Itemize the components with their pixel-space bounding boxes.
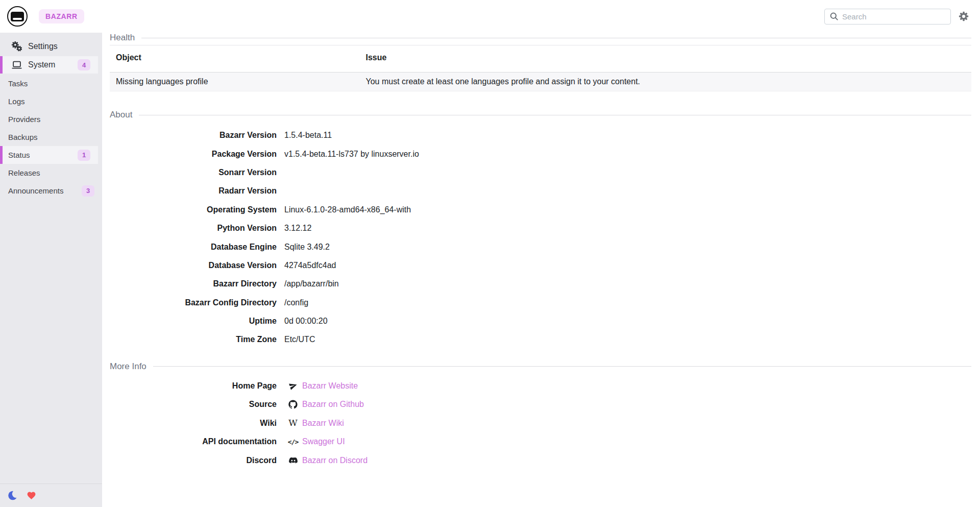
sidebar-section-system[interactable]: System 4 — [0, 56, 98, 74]
about-row-bazarr-directory: Bazarr Directory /app/bazarr/bin — [110, 275, 971, 293]
about-value: /config — [284, 298, 308, 307]
about-row-config-directory: Bazarr Config Directory /config — [110, 294, 971, 312]
column-header-object: Object — [110, 45, 360, 73]
more-info-row-api-documentation: API documentation </> Swagger UI — [110, 432, 971, 451]
sidebar-item-providers[interactable]: Providers — [0, 110, 102, 128]
about-value: /app/bazarr/bin — [284, 279, 339, 288]
about-label: Bazarr Config Directory — [110, 298, 277, 307]
about-label: Package Version — [110, 150, 277, 159]
about-value: 1.5.4-beta.11 — [284, 131, 332, 140]
health-table-header-row: Object Issue — [110, 45, 971, 73]
health-table: Object Issue Missing languages profile Y… — [110, 45, 971, 91]
sidebar-item-label: Backups — [8, 133, 38, 141]
about-value: 3.12.12 — [284, 224, 311, 233]
about-row-uptime: Uptime 0d 00:00:20 — [110, 312, 971, 330]
about-value: 4274a5dfc4ad — [284, 261, 336, 270]
health-object-cell: Missing languages profile — [110, 73, 360, 91]
wikipedia-icon: W — [288, 419, 298, 427]
api-documentation-link[interactable]: Swagger UI — [302, 437, 345, 446]
about-label: Bazarr Directory — [110, 279, 277, 288]
about-label: Radarr Version — [110, 186, 277, 196]
moon-icon[interactable] — [7, 490, 18, 501]
code-icon: </> — [288, 438, 298, 446]
about-value: 0d 00:00:20 — [284, 317, 328, 326]
laptop-icon — [11, 59, 23, 70]
about-value: Sqlite 3.49.2 — [284, 243, 330, 252]
more-info-label: API documentation — [110, 437, 277, 446]
about-row-operating-system: Operating System Linux-6.1.0-28-amd64-x8… — [110, 201, 971, 219]
about-row-database-engine: Database Engine Sqlite 3.49.2 — [110, 237, 971, 256]
sidebar-footer — [0, 484, 102, 507]
about-row-sonarr-version: Sonarr Version — [110, 163, 971, 182]
more-info-list: Home Page Bazarr Website Source Bazarr o… — [110, 377, 971, 470]
more-info-row-wiki: Wiki W Bazarr Wiki — [110, 414, 971, 433]
about-row-radarr-version: Radarr Version — [110, 182, 971, 200]
sidebar-item-label: Tasks — [8, 79, 28, 88]
sidebar-item-releases[interactable]: Releases — [0, 164, 102, 182]
about-label: Sonarr Version — [110, 168, 277, 177]
more-info-section-heading: More Info — [110, 361, 971, 372]
heading-divider — [141, 38, 971, 38]
about-value: Linux-6.1.0-28-amd64-x86_64-with — [284, 205, 411, 214]
about-label: Database Version — [110, 261, 277, 270]
gear-icon[interactable] — [958, 11, 969, 22]
heading-divider — [153, 366, 971, 367]
table-row: Missing languages profile You must creat… — [110, 73, 971, 91]
about-label: Bazarr Version — [110, 131, 277, 140]
count-badge: 1 — [78, 150, 90, 161]
gears-icon — [11, 41, 23, 52]
heart-icon[interactable] — [26, 490, 37, 501]
sidebar-item-label: Logs — [8, 97, 25, 106]
sidebar: Settings System 4 Tasks Logs Providers B… — [0, 33, 102, 507]
sidebar-section-label: System — [28, 60, 55, 69]
section-title: More Info — [110, 361, 146, 372]
sidebar-item-status[interactable]: Status 1 — [0, 146, 98, 164]
bazarr-logo-icon[interactable] — [7, 6, 28, 27]
sidebar-item-announcements[interactable]: Announcements 3 — [0, 182, 102, 200]
source-link[interactable]: Bazarr on Github — [302, 400, 364, 409]
search-box — [824, 9, 951, 25]
section-title: Health — [110, 33, 135, 43]
more-info-row-home-page: Home Page Bazarr Website — [110, 377, 971, 396]
wiki-link[interactable]: Bazarr Wiki — [302, 419, 344, 428]
top-bar: BAZARR — [0, 0, 980, 33]
about-list: Bazarr Version 1.5.4-beta.11 Package Ver… — [110, 126, 971, 349]
search-icon — [829, 11, 839, 21]
about-row-package-version: Package Version v1.5.4-beta.11-ls737 by … — [110, 144, 971, 163]
sidebar-item-logs[interactable]: Logs — [0, 92, 102, 110]
heading-divider — [139, 115, 971, 115]
about-value: Etc/UTC — [284, 335, 315, 344]
about-section-heading: About — [110, 110, 971, 120]
more-info-label: Discord — [110, 456, 277, 465]
about-label: Database Engine — [110, 243, 277, 252]
about-row-database-version: Database Version 4274a5dfc4ad — [110, 256, 971, 275]
about-row-time-zone: Time Zone Etc/UTC — [110, 330, 971, 349]
search-input[interactable] — [824, 9, 951, 25]
send-icon — [288, 381, 298, 390]
about-value: v1.5.4-beta.11-ls737 by linuxserver.io — [284, 150, 419, 159]
about-label: Uptime — [110, 317, 277, 326]
discord-link[interactable]: Bazarr on Discord — [302, 456, 368, 465]
more-info-label: Wiki — [110, 419, 277, 428]
sidebar-item-label: Status — [8, 151, 30, 159]
github-icon — [288, 400, 298, 409]
sidebar-item-tasks[interactable]: Tasks — [0, 75, 102, 92]
more-info-row-discord: Discord Bazarr on Discord — [110, 451, 971, 470]
laptop-logo-shape — [11, 12, 24, 21]
sidebar-item-label: Releases — [8, 168, 40, 177]
section-title: About — [110, 110, 132, 120]
sidebar-section-settings[interactable]: Settings — [0, 39, 102, 54]
sidebar-item-backups[interactable]: Backups — [0, 128, 102, 146]
more-info-row-source: Source Bazarr on Github — [110, 395, 971, 414]
main-content: Health Object Issue Missing languages pr… — [102, 33, 980, 507]
count-badge: 3 — [82, 185, 94, 197]
more-info-label: Home Page — [110, 381, 277, 391]
about-label: Time Zone — [110, 335, 277, 344]
sidebar-item-label: Announcements — [8, 186, 63, 195]
app-title-badge[interactable]: BAZARR — [39, 9, 84, 23]
health-issue-cell: You must create at least one languages p… — [360, 73, 971, 91]
about-label: Operating System — [110, 205, 277, 214]
home-page-link[interactable]: Bazarr Website — [302, 381, 358, 391]
count-badge: 4 — [78, 59, 90, 70]
about-label: Python Version — [110, 224, 277, 233]
